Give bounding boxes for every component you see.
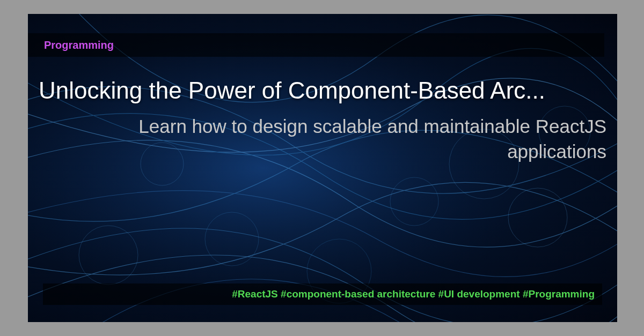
category-label: Programming bbox=[44, 39, 114, 51]
article-subtitle: Learn how to design scalable and maintai… bbox=[39, 114, 606, 165]
tags-bar: #ReactJS #component-based architecture #… bbox=[43, 283, 602, 305]
tags-text: #ReactJS #component-based architecture #… bbox=[232, 288, 595, 300]
article-title: Unlocking the Power of Component-Based A… bbox=[39, 77, 606, 104]
promo-card: Programming Unlocking the Power of Compo… bbox=[28, 14, 617, 322]
background-waves bbox=[28, 14, 617, 322]
svg-rect-0 bbox=[28, 14, 617, 322]
category-bar: Programming bbox=[28, 33, 604, 57]
